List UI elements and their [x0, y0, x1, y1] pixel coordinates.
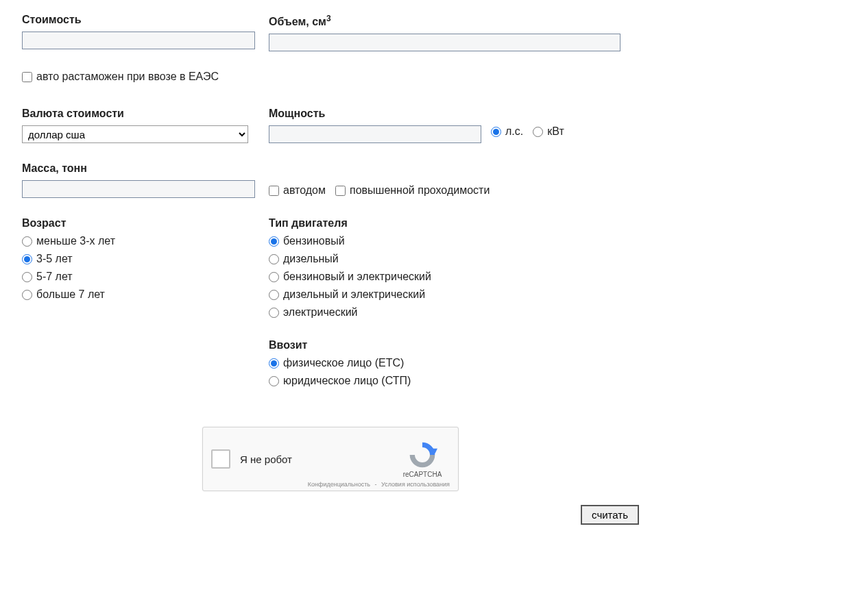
recaptcha-text: Я не робот [240, 454, 385, 465]
engine-option-petrol[interactable]: бензиновый [269, 235, 625, 247]
customs-eaes-checkbox[interactable]: авто растаможен при ввозе в ЕАЭС [22, 71, 219, 83]
recaptcha-brand: reCAPTCHA [395, 471, 450, 478]
volume-input[interactable] [269, 34, 620, 51]
importer-option-legal[interactable]: юридическое лицо (СТП) [269, 375, 625, 387]
engine-option-diesel-electric[interactable]: дизельный и электрический [269, 288, 625, 301]
recaptcha-checkbox[interactable] [211, 449, 230, 469]
power-label: Мощность [269, 108, 625, 120]
offroad-checkbox[interactable]: повышенной проходимости [335, 184, 490, 197]
recaptcha-logo: reCAPTCHA [395, 440, 450, 478]
recaptcha-terms-link[interactable]: Условия использования [381, 481, 450, 488]
recaptcha-privacy-link[interactable]: Конфиденциальность [308, 481, 370, 488]
motorhome-checkbox[interactable]: автодом [269, 184, 326, 197]
age-option-lt3[interactable]: меньше 3-х лет [22, 235, 255, 247]
age-option-gt7[interactable]: больше 7 лет [22, 288, 255, 301]
power-unit-kw[interactable]: кВт [533, 125, 564, 138]
recaptcha-widget[interactable]: Я не робот reCAPTCHA Конфиденциальность … [202, 427, 459, 491]
engine-option-petrol-electric[interactable]: бензиновый и электрический [269, 271, 625, 283]
age-option-3-5[interactable]: 3-5 лет [22, 253, 255, 265]
calculate-button[interactable]: считать [581, 505, 639, 525]
engine-option-diesel[interactable]: дизельный [269, 253, 625, 265]
age-option-5-7[interactable]: 5-7 лет [22, 271, 255, 283]
engine-option-electric[interactable]: электрический [269, 306, 625, 319]
power-unit-hp[interactable]: л.с. [491, 125, 523, 138]
power-input[interactable] [269, 125, 481, 143]
currency-label: Валюта стоимости [22, 108, 255, 120]
age-label: Возраст [22, 217, 255, 229]
engine-label: Тип двигателя [269, 217, 625, 229]
volume-label: Объем, см3 [269, 14, 625, 28]
recaptcha-icon [407, 440, 437, 470]
mass-label: Масса, тонн [22, 162, 255, 175]
importer-option-individual[interactable]: физическое лицо (ЕТС) [269, 357, 625, 369]
importer-label: Ввозит [269, 339, 625, 351]
cost-label: Стоимость [22, 14, 255, 26]
mass-input[interactable] [22, 180, 255, 198]
currency-select[interactable]: доллар сша [22, 125, 248, 143]
recaptcha-links: Конфиденциальность - Условия использован… [306, 481, 451, 488]
cost-input[interactable] [22, 32, 255, 49]
customs-eaes-label: авто растаможен при ввозе в ЕАЭС [36, 71, 219, 83]
